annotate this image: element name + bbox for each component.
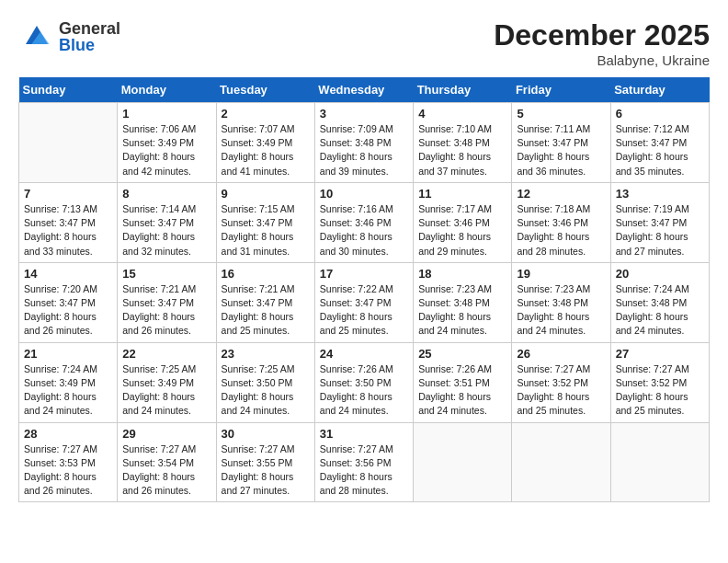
calendar-cell: 31Sunrise: 7:27 AM Sunset: 3:56 PM Dayli… — [314, 422, 413, 502]
weekday-header-tuesday: Tuesday — [216, 77, 314, 103]
calendar-week-row: 7Sunrise: 7:13 AM Sunset: 3:47 PM Daylig… — [19, 182, 710, 262]
calendar-cell: 7Sunrise: 7:13 AM Sunset: 3:47 PM Daylig… — [19, 182, 118, 262]
day-number: 4 — [418, 107, 506, 121]
calendar-cell: 13Sunrise: 7:19 AM Sunset: 3:47 PM Dayli… — [610, 182, 709, 262]
calendar-week-row: 28Sunrise: 7:27 AM Sunset: 3:53 PM Dayli… — [19, 422, 710, 502]
day-number: 3 — [320, 107, 408, 121]
weekday-header-row: SundayMondayTuesdayWednesdayThursdayFrid… — [19, 77, 710, 103]
calendar-cell: 19Sunrise: 7:23 AM Sunset: 3:48 PM Dayli… — [512, 262, 610, 342]
weekday-header-saturday: Saturday — [610, 77, 709, 103]
logo-text: General Blue — [59, 20, 120, 53]
day-info: Sunrise: 7:23 AM Sunset: 3:48 PM Dayligh… — [418, 282, 506, 339]
calendar-cell: 10Sunrise: 7:16 AM Sunset: 3:46 PM Dayli… — [314, 182, 413, 262]
day-number: 7 — [24, 187, 112, 201]
day-number: 16 — [222, 267, 310, 281]
calendar-cell: 16Sunrise: 7:21 AM Sunset: 3:47 PM Dayli… — [216, 262, 314, 342]
day-info: Sunrise: 7:24 AM Sunset: 3:48 PM Dayligh… — [616, 282, 704, 339]
day-number: 9 — [222, 187, 310, 201]
day-number: 26 — [517, 347, 605, 361]
calendar-cell: 23Sunrise: 7:25 AM Sunset: 3:50 PM Dayli… — [216, 342, 314, 422]
calendar-cell: 15Sunrise: 7:21 AM Sunset: 3:47 PM Dayli… — [118, 262, 216, 342]
day-number: 25 — [418, 347, 506, 361]
month-title: December 2025 — [494, 18, 710, 52]
day-info: Sunrise: 7:07 AM Sunset: 3:49 PM Dayligh… — [222, 122, 310, 178]
calendar-table: SundayMondayTuesdayWednesdayThursdayFrid… — [18, 77, 710, 502]
day-number: 6 — [616, 107, 704, 121]
day-info: Sunrise: 7:27 AM Sunset: 3:52 PM Dayligh… — [616, 362, 704, 419]
day-info: Sunrise: 7:06 AM Sunset: 3:49 PM Dayligh… — [122, 122, 210, 178]
logo-general: General — [59, 20, 120, 37]
day-info: Sunrise: 7:27 AM Sunset: 3:56 PM Dayligh… — [320, 442, 408, 499]
day-number: 8 — [122, 187, 210, 201]
day-info: Sunrise: 7:13 AM Sunset: 3:47 PM Dayligh… — [24, 202, 112, 259]
calendar-cell: 25Sunrise: 7:26 AM Sunset: 3:51 PM Dayli… — [414, 342, 512, 422]
day-info: Sunrise: 7:20 AM Sunset: 3:47 PM Dayligh… — [24, 282, 112, 339]
day-info: Sunrise: 7:11 AM Sunset: 3:47 PM Dayligh… — [517, 122, 605, 178]
weekday-header-monday: Monday — [118, 77, 216, 103]
day-number: 2 — [222, 107, 310, 121]
calendar-cell: 27Sunrise: 7:27 AM Sunset: 3:52 PM Dayli… — [610, 342, 709, 422]
calendar-week-row: 14Sunrise: 7:20 AM Sunset: 3:47 PM Dayli… — [19, 262, 710, 342]
day-info: Sunrise: 7:23 AM Sunset: 3:48 PM Dayligh… — [517, 282, 605, 339]
calendar-week-row: 1Sunrise: 7:06 AM Sunset: 3:49 PM Daylig… — [19, 103, 710, 183]
day-number: 21 — [24, 347, 112, 361]
day-number: 15 — [122, 267, 210, 281]
calendar-cell: 12Sunrise: 7:18 AM Sunset: 3:46 PM Dayli… — [512, 182, 610, 262]
day-number: 5 — [517, 107, 605, 121]
weekday-header-wednesday: Wednesday — [314, 77, 413, 103]
calendar-cell — [414, 422, 512, 502]
day-info: Sunrise: 7:26 AM Sunset: 3:51 PM Dayligh… — [418, 362, 506, 419]
day-number: 1 — [122, 107, 210, 121]
weekday-header-friday: Friday — [512, 77, 610, 103]
calendar-cell: 22Sunrise: 7:25 AM Sunset: 3:49 PM Dayli… — [118, 342, 216, 422]
calendar-cell: 14Sunrise: 7:20 AM Sunset: 3:47 PM Dayli… — [19, 262, 118, 342]
calendar-cell: 30Sunrise: 7:27 AM Sunset: 3:55 PM Dayli… — [216, 422, 314, 502]
day-info: Sunrise: 7:21 AM Sunset: 3:47 PM Dayligh… — [122, 282, 210, 339]
weekday-header-sunday: Sunday — [19, 77, 118, 103]
day-number: 23 — [222, 347, 310, 361]
logo: General Blue — [18, 18, 120, 55]
calendar-week-row: 21Sunrise: 7:24 AM Sunset: 3:49 PM Dayli… — [19, 342, 710, 422]
day-info: Sunrise: 7:21 AM Sunset: 3:47 PM Dayligh… — [222, 282, 310, 339]
day-number: 10 — [320, 187, 408, 201]
title-block: December 2025 Balabyne, Ukraine — [494, 18, 710, 68]
calendar-cell: 20Sunrise: 7:24 AM Sunset: 3:48 PM Dayli… — [610, 262, 709, 342]
calendar-cell: 21Sunrise: 7:24 AM Sunset: 3:49 PM Dayli… — [19, 342, 118, 422]
day-number: 18 — [418, 267, 506, 281]
weekday-header-thursday: Thursday — [414, 77, 512, 103]
calendar-cell: 26Sunrise: 7:27 AM Sunset: 3:52 PM Dayli… — [512, 342, 610, 422]
calendar-cell: 5Sunrise: 7:11 AM Sunset: 3:47 PM Daylig… — [512, 103, 610, 183]
page-header: General Blue December 2025 Balabyne, Ukr… — [18, 18, 710, 68]
calendar-cell — [19, 103, 118, 183]
day-info: Sunrise: 7:12 AM Sunset: 3:47 PM Dayligh… — [616, 122, 704, 178]
calendar-cell: 18Sunrise: 7:23 AM Sunset: 3:48 PM Dayli… — [414, 262, 512, 342]
day-info: Sunrise: 7:27 AM Sunset: 3:53 PM Dayligh… — [24, 442, 112, 499]
calendar-cell — [512, 422, 610, 502]
day-info: Sunrise: 7:25 AM Sunset: 3:50 PM Dayligh… — [222, 362, 310, 419]
calendar-cell: 8Sunrise: 7:14 AM Sunset: 3:47 PM Daylig… — [118, 182, 216, 262]
day-info: Sunrise: 7:09 AM Sunset: 3:48 PM Dayligh… — [320, 122, 408, 178]
calendar-cell: 9Sunrise: 7:15 AM Sunset: 3:47 PM Daylig… — [216, 182, 314, 262]
day-info: Sunrise: 7:27 AM Sunset: 3:52 PM Dayligh… — [517, 362, 605, 419]
day-info: Sunrise: 7:15 AM Sunset: 3:47 PM Dayligh… — [222, 202, 310, 259]
calendar-cell: 24Sunrise: 7:26 AM Sunset: 3:50 PM Dayli… — [314, 342, 413, 422]
day-info: Sunrise: 7:24 AM Sunset: 3:49 PM Dayligh… — [24, 362, 112, 419]
day-number: 11 — [418, 187, 506, 201]
day-number: 29 — [122, 427, 210, 441]
location: Balabyne, Ukraine — [494, 52, 710, 68]
day-info: Sunrise: 7:14 AM Sunset: 3:47 PM Dayligh… — [122, 202, 210, 259]
day-number: 19 — [517, 267, 605, 281]
day-info: Sunrise: 7:18 AM Sunset: 3:46 PM Dayligh… — [517, 202, 605, 259]
day-number: 28 — [24, 427, 112, 441]
day-info: Sunrise: 7:27 AM Sunset: 3:55 PM Dayligh… — [222, 442, 310, 499]
day-info: Sunrise: 7:22 AM Sunset: 3:47 PM Dayligh… — [320, 282, 408, 339]
day-info: Sunrise: 7:25 AM Sunset: 3:49 PM Dayligh… — [122, 362, 210, 419]
calendar-cell: 3Sunrise: 7:09 AM Sunset: 3:48 PM Daylig… — [314, 103, 413, 183]
calendar-cell: 1Sunrise: 7:06 AM Sunset: 3:49 PM Daylig… — [118, 103, 216, 183]
logo-blue: Blue — [59, 37, 120, 53]
calendar-cell: 11Sunrise: 7:17 AM Sunset: 3:46 PM Dayli… — [414, 182, 512, 262]
day-info: Sunrise: 7:16 AM Sunset: 3:46 PM Dayligh… — [320, 202, 408, 259]
calendar-cell: 28Sunrise: 7:27 AM Sunset: 3:53 PM Dayli… — [19, 422, 118, 502]
day-number: 12 — [517, 187, 605, 201]
calendar-cell: 2Sunrise: 7:07 AM Sunset: 3:49 PM Daylig… — [216, 103, 314, 183]
